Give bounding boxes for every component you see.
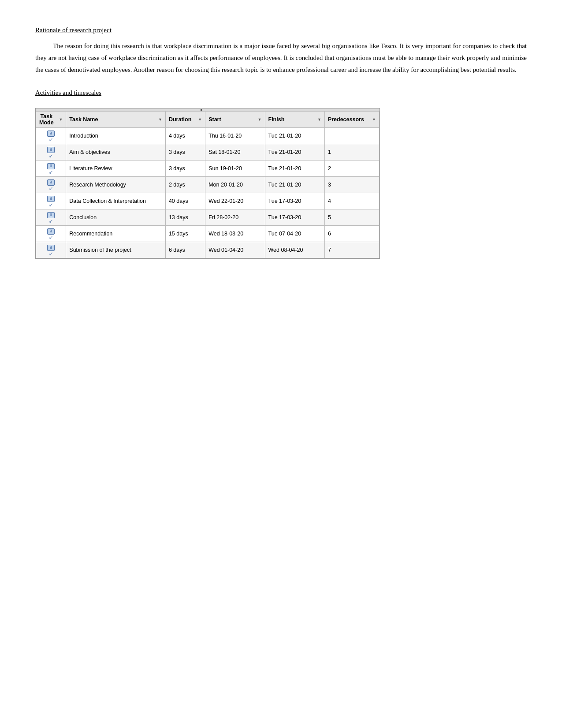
task-name-cell: Introduction [66, 128, 166, 144]
th-duration-label: Duration [169, 116, 191, 123]
start-cell: Mon 20-01-20 [205, 176, 265, 193]
task-mode-icon: 🖥 ↙ [47, 163, 55, 175]
duration-cell: 2 days [165, 176, 205, 193]
th-duration-arrow[interactable]: ▼ [198, 117, 202, 122]
start-cell: Thu 16-01-20 [205, 128, 265, 144]
th-task-name[interactable]: Task Name ▼ [66, 112, 166, 128]
task-mode-cell: 🖥 ↙ [36, 176, 66, 193]
task-mode-cell: 🖥 ↙ [36, 193, 66, 209]
table-row: 🖥 ↙ Introduction4 daysThu 16-01-20Tue 21… [36, 128, 380, 144]
duration-cell: 13 days [165, 209, 205, 225]
task-mode-cell: 🖥 ↙ [36, 144, 66, 160]
finish-cell: Wed 08-04-20 [265, 242, 324, 258]
task-mode-icon: 🖥 ↙ [47, 147, 55, 158]
task-mode-icon: 🖥 ↙ [47, 212, 55, 224]
finish-cell: Tue 21-01-20 [265, 160, 324, 176]
predecessors-cell: 1 [324, 144, 379, 160]
finish-cell: Tue 17-03-20 [265, 209, 324, 225]
predecessors-cell: 3 [324, 176, 379, 193]
start-cell: Fri 28-02-20 [205, 209, 265, 225]
predecessors-cell: 2 [324, 160, 379, 176]
task-mode-icon: 🖥 ↙ [47, 179, 55, 191]
th-finish-label: Finish [268, 116, 285, 123]
table-row: 🖥 ↙ Submission of the project6 daysWed 0… [36, 242, 380, 258]
duration-cell: 40 days [165, 193, 205, 209]
task-mode-cell: 🖥 ↙ [36, 209, 66, 225]
start-cell: Wed 22-01-20 [205, 193, 265, 209]
table-row: 🖥 ↙ Literature Review3 daysSun 19-01-20T… [36, 160, 380, 176]
th-predecessors-arrow[interactable]: ▼ [372, 117, 376, 122]
predecessors-cell: 4 [324, 193, 379, 209]
task-mode-icon: 🖥 ↙ [47, 131, 55, 142]
start-cell: Wed 18-03-20 [205, 225, 265, 242]
task-mode-cell: 🖥 ↙ [36, 242, 66, 258]
th-task-name-label: Task Name [69, 116, 98, 123]
th-task-mode-label: TaskMode [39, 113, 54, 126]
th-predecessors-label: Predecessors [328, 116, 364, 123]
task-name-cell: Literature Review [66, 160, 166, 176]
scroll-thumb [201, 109, 202, 111]
duration-cell: 3 days [165, 160, 205, 176]
gantt-table: TaskMode ▼ Task Name ▼ Duration ▼ [36, 111, 380, 258]
start-cell: Sun 19-01-20 [205, 160, 265, 176]
th-start-arrow[interactable]: ▼ [258, 117, 262, 122]
th-task-mode[interactable]: TaskMode ▼ [36, 112, 66, 128]
task-name-cell: Recommendation [66, 225, 166, 242]
th-task-name-arrow[interactable]: ▼ [158, 117, 162, 122]
task-mode-icon: 🖥 ↙ [47, 245, 55, 256]
finish-cell: Tue 17-03-20 [265, 193, 324, 209]
scroll-indicator [36, 108, 380, 111]
task-mode-icon: 🖥 ↙ [47, 228, 55, 240]
table-row: 🖥 ↙ Aim & objectives3 daysSat 18-01-20Tu… [36, 144, 380, 160]
finish-cell: Tue 07-04-20 [265, 225, 324, 242]
duration-cell: 4 days [165, 128, 205, 144]
rationale-paragraph: The reason for doing this research is th… [35, 40, 527, 76]
th-task-mode-arrow[interactable]: ▼ [59, 117, 63, 122]
task-mode-cell: 🖥 ↙ [36, 225, 66, 242]
table-row: 🖥 ↙ Conclusion13 daysFri 28-02-20Tue 17-… [36, 209, 380, 225]
table-row: 🖥 ↙ Recommendation15 daysWed 18-03-20Tue… [36, 225, 380, 242]
th-finish[interactable]: Finish ▼ [265, 112, 324, 128]
table-row: 🖥 ↙ Research Methodology2 daysMon 20-01-… [36, 176, 380, 193]
task-name-cell: Research Methodology [66, 176, 166, 193]
th-duration[interactable]: Duration ▼ [165, 112, 205, 128]
task-mode-cell: 🖥 ↙ [36, 160, 66, 176]
duration-cell: 3 days [165, 144, 205, 160]
table-row: 🖥 ↙ Data Collection & Interpretation40 d… [36, 193, 380, 209]
gantt-table-wrapper: TaskMode ▼ Task Name ▼ Duration ▼ [35, 108, 380, 259]
activities-heading: Activities and timescales [35, 89, 527, 97]
finish-cell: Tue 21-01-20 [265, 144, 324, 160]
task-mode-cell: 🖥 ↙ [36, 128, 66, 144]
task-name-cell: Conclusion [66, 209, 166, 225]
predecessors-cell: 7 [324, 242, 379, 258]
th-start-label: Start [208, 116, 221, 123]
table-header-row: TaskMode ▼ Task Name ▼ Duration ▼ [36, 112, 380, 128]
task-name-cell: Data Collection & Interpretation [66, 193, 166, 209]
task-name-cell: Aim & objectives [66, 144, 166, 160]
start-cell: Sat 18-01-20 [205, 144, 265, 160]
th-start[interactable]: Start ▼ [205, 112, 265, 128]
task-mode-icon: 🖥 ↙ [47, 196, 55, 207]
finish-cell: Tue 21-01-20 [265, 176, 324, 193]
task-name-cell: Submission of the project [66, 242, 166, 258]
th-predecessors[interactable]: Predecessors ▼ [324, 112, 379, 128]
rationale-heading: Rationale of research project [35, 26, 527, 34]
start-cell: Wed 01-04-20 [205, 242, 265, 258]
predecessors-cell [324, 128, 379, 144]
predecessors-cell: 6 [324, 225, 379, 242]
duration-cell: 6 days [165, 242, 205, 258]
duration-cell: 15 days [165, 225, 205, 242]
finish-cell: Tue 21-01-20 [265, 128, 324, 144]
th-finish-arrow[interactable]: ▼ [317, 117, 321, 122]
predecessors-cell: 5 [324, 209, 379, 225]
